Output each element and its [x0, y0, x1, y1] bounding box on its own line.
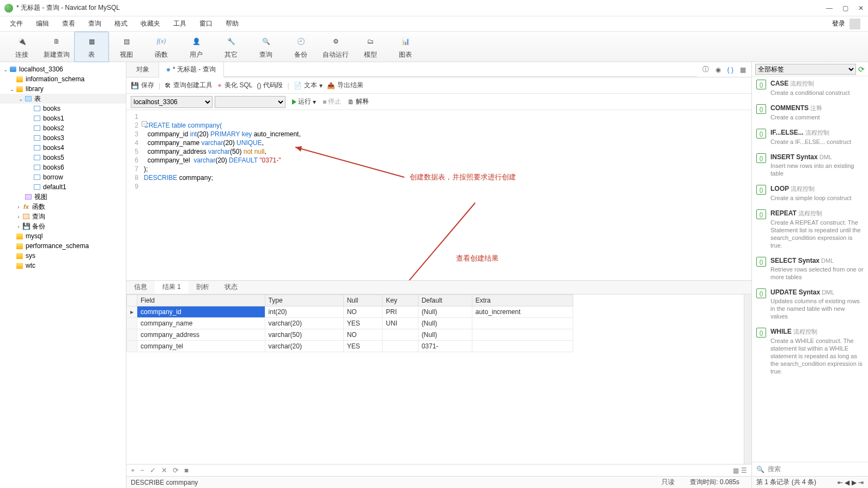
col-Field[interactable]: Field — [137, 294, 265, 306]
apply-button[interactable]: ✓ — [150, 466, 156, 474]
toolbtn-user[interactable]: 👤用户 — [179, 32, 214, 62]
maximize-button[interactable]: ▢ — [842, 4, 848, 12]
tree-table-borrow[interactable]: borrow — [0, 172, 126, 182]
toolbtn-model[interactable]: 🗂模型 — [353, 32, 388, 62]
snippet-item[interactable]: ()CASE流程控制Create a conditional construct — [752, 76, 868, 101]
tree-db-performance_schema[interactable]: performance_schema — [0, 241, 126, 251]
run-button[interactable]: 运行 ▾ — [292, 97, 316, 106]
info-icon[interactable]: ⓘ — [702, 65, 709, 74]
toolbtn-view[interactable]: ▤视图 — [109, 32, 144, 62]
nav-prev-icon[interactable]: ◀ — [845, 479, 849, 486]
rtab-profile[interactable]: 剖析 — [189, 281, 217, 294]
refresh-button[interactable]: ⟳ — [173, 466, 179, 474]
col-Type[interactable]: Type — [265, 294, 343, 306]
tree-table-books1[interactable]: books1 — [0, 113, 126, 123]
tree-table-books[interactable]: books — [0, 104, 126, 113]
avatar-icon[interactable] — [849, 19, 860, 29]
tree-table-default1[interactable]: default1 — [0, 182, 126, 192]
tree-db-mysql[interactable]: mysql — [0, 231, 126, 241]
menu-query[interactable]: 查询 — [82, 19, 108, 28]
tree-node-functions[interactable]: ›fx函数 — [0, 202, 126, 212]
snippet-item[interactable]: ()COMMENTS注释Create a comment — [752, 101, 868, 125]
tree-db-sys[interactable]: sys — [0, 251, 126, 261]
snippet-item[interactable]: ()SELECT SyntaxDMLRetrieve rows selected… — [752, 254, 868, 285]
tree-node-queries[interactable]: ›查询 — [0, 212, 126, 221]
minimize-button[interactable]: — — [826, 4, 833, 12]
tree-table-books3[interactable]: books3 — [0, 133, 126, 143]
delete-row-button[interactable]: − — [141, 466, 145, 474]
rtab-result1[interactable]: 结果 1 — [155, 281, 189, 294]
cancel-edit-button[interactable]: ✕ — [161, 466, 167, 474]
toolbtn-table[interactable]: ▦表 — [74, 32, 109, 62]
refresh-snippets-icon[interactable]: ⟳ — [858, 65, 865, 74]
database-select[interactable] — [215, 96, 286, 108]
toolbtn-backup[interactable]: 🕘备份 — [283, 32, 318, 62]
snippet-item[interactable]: ()INSERT SyntaxDMLInsert new rows into a… — [752, 150, 868, 182]
menu-format[interactable]: 格式 — [108, 19, 134, 28]
menu-help[interactable]: 帮助 — [219, 19, 245, 28]
menu-edit[interactable]: 编辑 — [29, 19, 56, 28]
stop-button[interactable]: ■ 停止 — [323, 97, 341, 106]
tree-node-backup[interactable]: ›💾备份 — [0, 221, 126, 231]
toolbtn-query[interactable]: 🔍查询 — [248, 32, 283, 62]
tab-objects[interactable]: 对象 — [126, 62, 159, 77]
rtab-status[interactable]: 状态 — [217, 281, 245, 294]
snippet-item[interactable]: ()IF...ELSE...流程控制Create a IF...ELSE... … — [752, 125, 868, 150]
tree-db-information-schema[interactable]: information_schema — [0, 74, 126, 84]
nav-last-icon[interactable]: ⇥ — [858, 479, 864, 486]
snippet-item[interactable]: ()WHILE流程控制Create a WHILE construct. The… — [752, 324, 868, 379]
snippet-item[interactable]: ()REPEAT流程控制Create A REPEAT construct. T… — [752, 206, 868, 254]
toolbtn-connect[interactable]: 🔌连接 — [4, 32, 39, 62]
grid-icon[interactable]: ▦ — [740, 66, 746, 74]
save-button[interactable]: 💾 保存 — [131, 81, 154, 90]
view-form-icon[interactable]: ☰ — [741, 467, 747, 474]
table-row[interactable]: ▸commpany_idint(20)NOPRI(Null)auto_incre… — [127, 306, 573, 317]
nav-next-icon[interactable]: ▶ — [852, 479, 857, 486]
snippet-item[interactable]: ()UPDATE SyntaxDMLUpdates columns of exi… — [752, 285, 868, 324]
snippet-filter-select[interactable]: 全部标签 — [755, 64, 856, 75]
table-row[interactable]: commpany_telvarchar(20)YES0371- — [127, 340, 573, 352]
sql-editor[interactable]: 123456789 − CREATE table commpany( commp… — [126, 110, 751, 280]
col-Key[interactable]: Key — [383, 294, 418, 306]
braces-icon[interactable]: ( ) — [727, 66, 733, 74]
table-row[interactable]: commpany_addressvarchar(50)NO(Null) — [127, 329, 573, 340]
connection-select[interactable]: localhost_3306 — [131, 96, 213, 108]
connection-tree[interactable]: ⌄localhost_3306 information_schema ⌄libr… — [0, 62, 126, 488]
beautify-sql-button[interactable]: ✦ 美化 SQL — [217, 81, 252, 90]
tree-table-books6[interactable]: books6 — [0, 162, 126, 172]
tree-db-wtc[interactable]: wtc — [0, 261, 126, 270]
text-button[interactable]: 📄 文本 ▾ — [294, 81, 323, 90]
fold-icon[interactable]: − — [142, 121, 147, 126]
toolbtn-function[interactable]: f(x)函数 — [144, 32, 179, 62]
snippet-button[interactable]: () 代码段 — [257, 81, 283, 90]
query-builder-button[interactable]: 🛠 查询创建工具 — [165, 81, 213, 90]
login-link[interactable]: 登录 — [832, 19, 845, 28]
toolbtn-chart[interactable]: 📊图表 — [388, 32, 423, 62]
menu-tools[interactable]: 工具 — [167, 19, 193, 28]
menu-view[interactable]: 查看 — [56, 19, 82, 28]
toolbtn-autorun[interactable]: ⚙自动运行 — [318, 32, 353, 62]
snippet-list[interactable]: ()CASE流程控制Create a conditional construct… — [752, 76, 868, 462]
toolbtn-other[interactable]: 🔧其它 — [214, 32, 248, 62]
tab-query[interactable]: * 无标题 - 查询 — [159, 62, 224, 77]
vertical-scrollbar[interactable] — [744, 294, 751, 465]
nav-first-icon[interactable]: ⇤ — [837, 479, 843, 486]
table-row[interactable]: commpany_namevarchar(20)YESUNI(Null) — [127, 317, 573, 329]
add-row-button[interactable]: + — [131, 466, 135, 474]
stop-fetch-button[interactable]: ■ — [184, 466, 189, 474]
toolbtn-newquery[interactable]: 🗎新建查询 — [39, 32, 74, 62]
export-result-button[interactable]: 📤 导出结果 — [327, 81, 363, 90]
explain-button[interactable]: 🗎 解释 — [348, 97, 369, 106]
view-grid-icon[interactable]: ▦ — [733, 467, 739, 474]
col-Default[interactable]: Default — [418, 294, 472, 306]
tree-node-tables[interactable]: ⌄表 — [0, 94, 126, 104]
tree-table-books4[interactable]: books4 — [0, 143, 126, 153]
result-grid[interactable]: FieldTypeNullKeyDefaultExtra▸commpany_id… — [126, 294, 744, 465]
snippet-item[interactable]: ()LOOP流程控制Create a simple loop construct — [752, 182, 868, 206]
tree-db-library[interactable]: ⌄library — [0, 84, 126, 94]
tree-table-books5[interactable]: books5 — [0, 153, 126, 162]
menu-favorites[interactable]: 收藏夹 — [134, 19, 167, 28]
eye-icon[interactable]: ◉ — [715, 66, 721, 74]
tree-conn-root[interactable]: ⌄localhost_3306 — [0, 64, 126, 74]
tree-table-books2[interactable]: books2 — [0, 123, 126, 133]
